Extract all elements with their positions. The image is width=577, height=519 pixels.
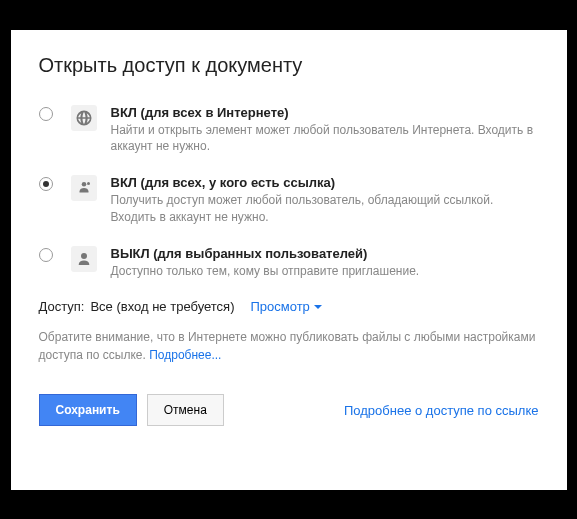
svg-point-0 (81, 182, 86, 187)
link-sharing-info[interactable]: Подробнее о доступе по ссылке (344, 403, 539, 418)
person-icon (71, 246, 97, 272)
option-title: ВЫКЛ (для выбранных пользователей) (111, 246, 539, 261)
dialog-footer: Сохранить Отмена Подробнее о доступе по … (39, 394, 539, 426)
link-person-icon (71, 175, 97, 201)
option-desc: Получить доступ может любой пользователь… (111, 192, 539, 226)
option-desc: Доступно только тем, кому вы отправите п… (111, 263, 539, 280)
visibility-options: ВКЛ (для всех в Интернете) Найти и откры… (39, 105, 539, 280)
option-private[interactable]: ВЫКЛ (для выбранных пользователей) Досту… (39, 246, 539, 280)
svg-point-1 (87, 182, 90, 185)
dialog-title: Открыть доступ к документу (39, 54, 539, 77)
option-title: ВКЛ (для всех, у кого есть ссылка) (111, 175, 539, 190)
option-public[interactable]: ВКЛ (для всех в Интернете) Найти и откры… (39, 105, 539, 156)
learn-more-link[interactable]: Подробнее... (149, 348, 221, 362)
svg-point-2 (81, 253, 87, 259)
option-title: ВКЛ (для всех в Интернете) (111, 105, 539, 120)
radio-private[interactable] (39, 248, 53, 262)
radio-public[interactable] (39, 107, 53, 121)
cancel-button[interactable]: Отмена (147, 394, 224, 426)
access-value: Все (вход не требуется) (90, 299, 234, 314)
caret-down-icon (314, 305, 322, 309)
access-row: Доступ: Все (вход не требуется) Просмотр (39, 299, 539, 314)
option-link[interactable]: ВКЛ (для всех, у кого есть ссылка) Получ… (39, 175, 539, 226)
publish-note: Обратите внимание, что в Интернете можно… (39, 328, 539, 364)
share-dialog: Открыть доступ к документу ВКЛ (для всех… (11, 30, 567, 490)
option-desc: Найти и открыть элемент может любой поль… (111, 122, 539, 156)
access-label: Доступ: (39, 299, 85, 314)
save-button[interactable]: Сохранить (39, 394, 137, 426)
permission-dropdown[interactable]: Просмотр (250, 299, 321, 314)
radio-link[interactable] (39, 177, 53, 191)
globe-icon (71, 105, 97, 131)
